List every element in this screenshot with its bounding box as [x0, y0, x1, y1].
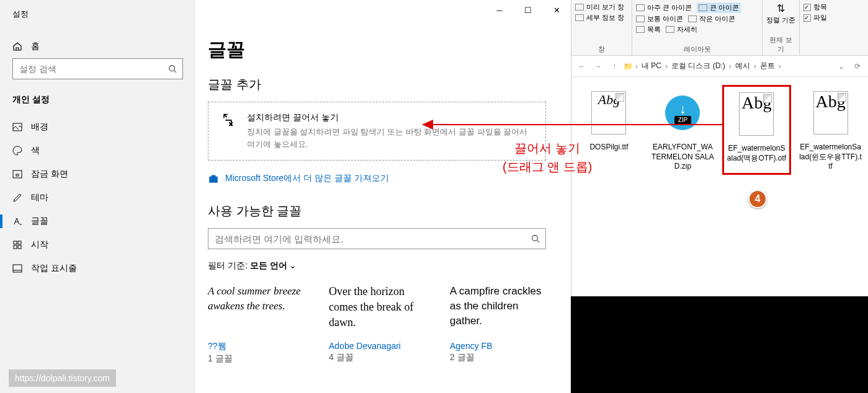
nav-label: 시작 [31, 239, 48, 250]
ribbon-label: 작은 아이콘 [699, 14, 735, 24]
search-icon [163, 64, 182, 73]
add-fonts-heading: 글꼴 추가 [208, 76, 546, 93]
maximize-button[interactable]: ☐ [514, 0, 542, 20]
ms-store-link[interactable]: Microsoft Store에서 더 많은 글꼴 가져오기 [208, 173, 546, 184]
file-item[interactable]: ↓ZIP EARLYFONT_WATERMELON SALAD.zip [651, 88, 714, 172]
font-dropzone[interactable]: 설치하려면 끌어서 놓기 장치에 글꼴을 설치하려면 파일 탐색기 또는 바탕 … [208, 102, 546, 161]
file-item[interactable]: Abg EF_watermelonSalad(윈도우용TTF).ttf [799, 88, 862, 172]
font-sample: A cool summer breeze awakens the trees. [208, 284, 304, 341]
ribbon-label: 정렬 기준 [766, 15, 795, 25]
nav-label: 색 [31, 145, 40, 156]
font-search-input[interactable] [208, 234, 526, 244]
nav-lockscreen[interactable]: 잠금 화면 [0, 162, 195, 186]
chevron-down-icon[interactable]: ⌄ [834, 60, 848, 73]
window-controls: ─ ☐ ✕ [485, 0, 571, 20]
font-grid: A cool summer breeze awakens the trees. … [208, 284, 546, 364]
folder-icon: 📁 [624, 62, 633, 71]
nav-label: 작업 표시줄 [31, 263, 77, 274]
page-title: 글꼴 [208, 37, 546, 63]
store-link-label: Microsoft Store에서 더 많은 글꼴 가져오기 [225, 173, 389, 184]
group-label: 개인 설정 [0, 86, 195, 109]
breadcrumb[interactable]: 폰트 [759, 61, 776, 71]
grid-icon [12, 240, 22, 250]
settings-window: 설정 홈 개인 설정 배경 색 잠금 화면 테마 글꼴 시작 작업 표시줄 ht… [0, 0, 571, 393]
svg-rect-5 [18, 241, 21, 244]
dropzone-desc: 장치에 글꼴을 설치하려면 파일 탐색기 또는 바탕 화면에서 글꼴 파일을 끌… [247, 126, 534, 150]
font-count: 1 글꼴 [208, 353, 304, 364]
ribbon-group-title: 창 [575, 43, 628, 54]
chevron-down-icon: ⌄ [289, 260, 297, 270]
window-title: 설정 [0, 0, 195, 26]
dropzone-title: 설치하려면 끌어서 놓기 [247, 112, 534, 123]
file-name: EARLYFONT_WATERMELON SALAD.zip [651, 143, 714, 172]
annotation-line: 끌어서 놓기 [503, 139, 592, 157]
breadcrumb[interactable]: 로컬 디스크 (D:) [670, 61, 727, 71]
nav-taskbar[interactable]: 작업 표시줄 [0, 257, 195, 280]
home-button[interactable]: 홈 [0, 35, 195, 58]
view-s-button[interactable]: 작은 아이콘 [688, 14, 735, 24]
font-card[interactable]: A cool summer breeze awakens the trees. … [208, 284, 304, 364]
ribbon-label: 세부 정보 창 [586, 13, 624, 22]
font-count: 2 글꼴 [450, 352, 546, 363]
nav-label: 잠금 화면 [31, 169, 68, 180]
sort-button[interactable]: 정렬 기준 [766, 15, 795, 25]
details-pane-button[interactable]: 세부 정보 창 [575, 13, 628, 22]
font-card[interactable]: Over the horizon comes the break of dawn… [329, 284, 425, 364]
ribbon-group-title: 레이아웃 [636, 43, 758, 54]
lock-icon [12, 169, 22, 179]
checkbox-item[interactable]: 항목 [803, 2, 864, 12]
ribbon-label: 파일 [813, 13, 827, 22]
font-name-link[interactable]: ??뭼 [208, 341, 304, 352]
store-icon [208, 173, 219, 184]
nav-up-button[interactable]: ↑ [607, 60, 621, 73]
file-name: EF_watermelonSalad(윈도우용TTF).ttf [799, 143, 862, 172]
svg-point-9 [532, 236, 538, 241]
preview-pane-button[interactable]: 미리 보기 창 [575, 2, 628, 12]
font-name-link[interactable]: Adobe Devanagari [329, 341, 425, 351]
address-bar[interactable]: ← → ↑ 📁 › 내 PC› 로컬 디스크 (D:)› 예시› 폰트› ⌄ ⟳ [571, 56, 868, 77]
font-icon [12, 216, 22, 226]
nav-fonts[interactable]: 글꼴 [0, 210, 195, 233]
svg-point-0 [169, 66, 175, 71]
settings-search[interactable] [12, 58, 183, 79]
settings-search-input[interactable] [13, 64, 163, 74]
font-name-link[interactable]: Agency FB [450, 341, 546, 351]
breadcrumb[interactable]: 예시 [734, 61, 751, 71]
ribbon-label: 보통 아이콘 [647, 14, 683, 24]
nav-color[interactable]: 색 [0, 139, 195, 162]
font-card[interactable]: A campfire crackles as the children gath… [450, 284, 546, 364]
minimize-button[interactable]: ─ [485, 0, 514, 20]
nav-theme[interactable]: 테마 [0, 186, 195, 210]
view-detail-button[interactable]: 자세히 [666, 25, 697, 34]
nav-label: 글꼴 [31, 216, 48, 227]
nav-fwd-button[interactable]: → [591, 60, 605, 73]
nav-background[interactable]: 배경 [0, 115, 195, 139]
home-label: 홈 [31, 41, 40, 52]
ribbon-group-title: 현재 보기 [766, 34, 795, 54]
ribbon-label: 목록 [647, 25, 661, 34]
font-search[interactable] [208, 228, 546, 249]
drag-icon [220, 112, 237, 130]
palette-icon [12, 146, 22, 156]
ribbon-label: 미리 보기 창 [586, 2, 624, 12]
checkbox-file-ext[interactable]: 파일 [803, 13, 864, 22]
font-sample: A campfire crackles as the children gath… [450, 284, 546, 341]
home-icon [12, 42, 22, 51]
settings-sidebar: 설정 홈 개인 설정 배경 색 잠금 화면 테마 글꼴 시작 작업 표시줄 ht… [0, 0, 195, 393]
close-button[interactable]: ✕ [542, 0, 571, 20]
explorer-window: 미리 보기 창 세부 정보 창 창 아주 큰 아이콘 큰 아이콘 보통 아이콘 … [571, 0, 868, 296]
nav-back-button[interactable]: ← [575, 60, 589, 73]
view-xl-button[interactable]: 아주 큰 아이콘 [636, 2, 692, 13]
nav-label: 테마 [31, 192, 48, 203]
nav-start[interactable]: 시작 [0, 233, 195, 257]
view-list-button[interactable]: 목록 [636, 25, 661, 34]
available-fonts-heading: 사용 가능한 글꼴 [208, 203, 546, 219]
refresh-button[interactable]: ⟳ [851, 60, 864, 73]
ribbon-label: 항목 [813, 2, 827, 12]
taskbar-icon [12, 263, 22, 273]
font-filter[interactable]: 필터 기준: 모든 언어 ⌄ [208, 260, 546, 272]
view-l-button[interactable]: 큰 아이콘 [697, 2, 741, 13]
breadcrumb[interactable]: 내 PC [640, 61, 663, 71]
file-item-selected[interactable]: Abg EF_watermelonSalad(맥용OTF).otf [725, 88, 788, 172]
view-m-button[interactable]: 보통 아이콘 [636, 14, 683, 24]
